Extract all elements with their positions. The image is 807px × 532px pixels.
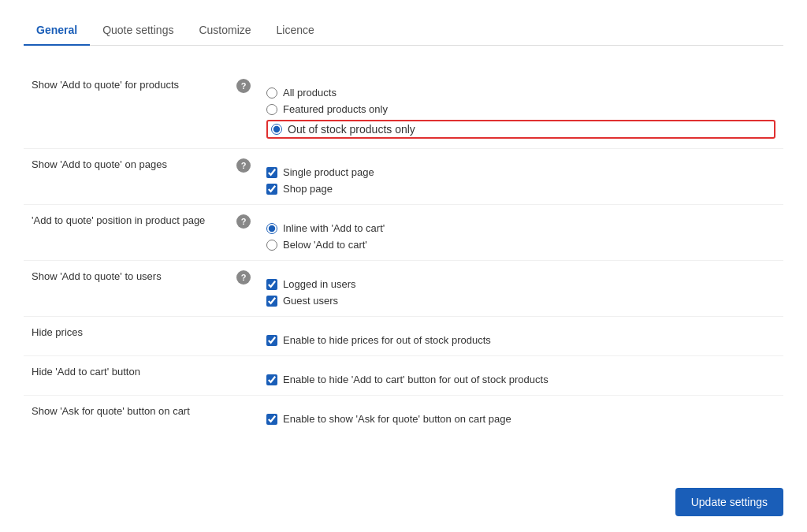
- position-label: 'Add to quote' position in product page: [32, 214, 205, 226]
- checkbox-single-product-page-input[interactable]: [266, 167, 277, 178]
- show-for-products-radio-group: All products Featured products only Out …: [266, 79, 775, 139]
- checkbox-logged-in-users[interactable]: Logged in users: [266, 278, 775, 290]
- tab-licence[interactable]: Licence: [264, 16, 327, 46]
- radio-featured-products-label: Featured products only: [283, 103, 388, 115]
- radio-inline[interactable]: Inline with 'Add to cart': [266, 222, 775, 234]
- radio-below-label: Below 'Add to cart': [283, 239, 367, 251]
- ask-for-quote-checkbox-group: Enable to show 'Ask for quote' button on…: [266, 405, 775, 425]
- radio-out-of-stock-products[interactable]: Out of stock products only: [266, 120, 775, 139]
- checkbox-guest-users-label: Guest users: [283, 295, 338, 307]
- radio-all-products-input[interactable]: [266, 87, 277, 99]
- row-show-for-products: Show 'Add to quote' for products ? All p…: [24, 69, 783, 149]
- radio-inline-label: Inline with 'Add to cart': [283, 222, 385, 234]
- radio-out-of-stock-products-input[interactable]: [271, 124, 282, 135]
- hide-add-to-cart-checkbox-group: Enable to hide 'Add to cart' button for …: [266, 366, 775, 385]
- show-for-products-label: Show 'Add to quote' for products: [32, 79, 179, 91]
- row-position: 'Add to quote' position in product page …: [24, 205, 783, 261]
- radio-inline-input[interactable]: [266, 223, 277, 234]
- row-show-on-pages: Show 'Add to quote' on pages ? Single pr…: [24, 149, 783, 205]
- radio-out-of-stock-products-label: Out of stock products only: [288, 123, 415, 136]
- checkbox-ask-for-quote-label: Enable to show 'Ask for quote' button on…: [283, 413, 511, 425]
- checkbox-ask-for-quote-input[interactable]: [266, 414, 277, 425]
- show-on-pages-checkbox-group: Single product page Shop page: [266, 158, 775, 195]
- row-hide-add-to-cart: Hide 'Add to cart' button Enable to hide…: [24, 356, 783, 396]
- checkbox-logged-in-users-input[interactable]: [266, 279, 277, 290]
- checkbox-single-product-page-label: Single product page: [283, 166, 374, 178]
- row-hide-prices: Hide prices Enable to hide prices for ou…: [24, 317, 783, 356]
- radio-all-products-label: All products: [283, 87, 337, 99]
- show-on-pages-label: Show 'Add to quote' on pages: [32, 158, 167, 170]
- radio-below[interactable]: Below 'Add to cart': [266, 239, 775, 251]
- row-show-to-users: Show 'Add to quote' to users ? Logged in…: [24, 261, 783, 317]
- checkbox-hide-prices-input[interactable]: [266, 335, 277, 346]
- checkbox-ask-for-quote[interactable]: Enable to show 'Ask for quote' button on…: [266, 413, 775, 425]
- show-to-users-help-icon[interactable]: ?: [236, 270, 251, 285]
- hide-prices-checkbox-group: Enable to hide prices for out of stock p…: [266, 326, 775, 346]
- hide-add-to-cart-label: Hide 'Add to cart' button: [32, 366, 140, 378]
- show-to-users-checkbox-group: Logged in users Guest users: [266, 270, 775, 307]
- checkbox-hide-add-to-cart-label: Enable to hide 'Add to cart' button for …: [283, 374, 549, 385]
- position-radio-group: Inline with 'Add to cart' Below 'Add to …: [266, 214, 775, 251]
- checkbox-hide-prices-label: Enable to hide prices for out of stock p…: [283, 334, 491, 346]
- radio-featured-products-input[interactable]: [266, 104, 277, 115]
- checkbox-guest-users-input[interactable]: [266, 296, 277, 307]
- checkbox-shop-page[interactable]: Shop page: [266, 183, 775, 195]
- checkbox-single-product-page[interactable]: Single product page: [266, 166, 775, 178]
- tab-bar: General Quote settings Customize Licence: [24, 16, 783, 46]
- checkbox-hide-prices[interactable]: Enable to hide prices for out of stock p…: [266, 334, 775, 346]
- checkbox-hide-add-to-cart[interactable]: Enable to hide 'Add to cart' button for …: [266, 374, 775, 385]
- position-help-icon[interactable]: ?: [236, 214, 251, 229]
- tab-quote-settings[interactable]: Quote settings: [90, 16, 186, 46]
- tab-customize[interactable]: Customize: [186, 16, 263, 46]
- ask-for-quote-label: Show 'Ask for quote' button on cart: [32, 405, 190, 417]
- checkbox-logged-in-users-label: Logged in users: [283, 278, 356, 290]
- checkbox-shop-page-label: Shop page: [283, 183, 333, 195]
- row-ask-for-quote: Show 'Ask for quote' button on cart Enab…: [24, 396, 783, 435]
- settings-table: Show 'Add to quote' for products ? All p…: [24, 69, 783, 434]
- radio-below-input[interactable]: [266, 240, 277, 251]
- show-to-users-label: Show 'Add to quote' to users: [32, 270, 162, 282]
- radio-featured-products[interactable]: Featured products only: [266, 103, 775, 115]
- radio-all-products[interactable]: All products: [266, 87, 775, 99]
- checkbox-shop-page-input[interactable]: [266, 184, 277, 195]
- show-for-products-help-icon[interactable]: ?: [236, 79, 251, 93]
- hide-prices-label: Hide prices: [32, 326, 83, 338]
- update-settings-button[interactable]: Update settings: [675, 488, 783, 516]
- checkbox-hide-add-to-cart-input[interactable]: [266, 374, 277, 385]
- tab-general[interactable]: General: [24, 16, 90, 46]
- page-wrapper: General Quote settings Customize Licence…: [0, 0, 807, 532]
- checkbox-guest-users[interactable]: Guest users: [266, 295, 775, 307]
- show-on-pages-help-icon[interactable]: ?: [236, 158, 251, 173]
